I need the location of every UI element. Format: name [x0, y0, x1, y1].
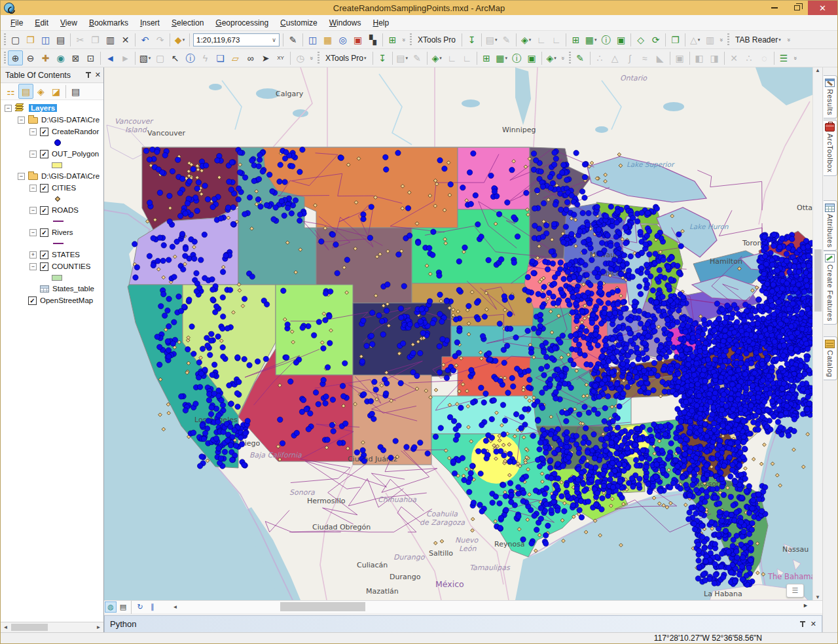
pause-drawing-icon[interactable]: ∥ — [147, 601, 158, 613]
xt2-overlay-icon[interactable]: ◈▾ — [429, 50, 445, 65]
collapse-icon[interactable]: − — [29, 128, 37, 135]
back-extent-icon[interactable]: ◄ — [103, 50, 118, 65]
layer-checkbox[interactable]: ✓ — [28, 296, 37, 305]
collapse-icon[interactable]: − — [29, 263, 37, 270]
symbol-random-points[interactable] — [1, 137, 103, 148]
toc-horizontal-scrollbar[interactable]: ◄ ► — [1, 622, 103, 632]
scroll-down-icon[interactable]: ▼ — [813, 594, 823, 600]
layer-checkbox[interactable]: ✓ — [40, 184, 48, 192]
xte-rectangle-icon[interactable]: ▣ — [672, 50, 687, 65]
expand-icon[interactable]: + — [29, 251, 37, 259]
xt2-copy-features-icon[interactable]: ◈▾ — [544, 50, 559, 65]
print-icon[interactable]: ▤ — [53, 32, 68, 47]
python-pin-icon[interactable] — [800, 621, 805, 628]
menu-insert[interactable]: Insert — [134, 16, 166, 29]
clear-selection-icon[interactable]: ▢ — [153, 50, 168, 65]
dock-tab-arctoolbox[interactable]: ArcToolbox — [824, 120, 837, 175]
layer-counties[interactable]: −✓COUNTIES — [1, 260, 103, 272]
save-icon[interactable]: ◫ — [38, 32, 53, 47]
xt-edit-icon[interactable]: ✎ — [499, 32, 514, 47]
menu-geoprocessing[interactable]: Geoprocessing — [210, 16, 274, 29]
go-to-xy-icon[interactable]: XY — [273, 50, 288, 65]
time-slider-icon[interactable]: ◷ — [293, 50, 308, 65]
layer-rivers[interactable]: −✓Rivers — [1, 226, 103, 238]
xt-add-table-icon[interactable]: ⊞ — [568, 32, 583, 47]
python-window-icon[interactable]: ▚ — [365, 32, 380, 47]
xte-split-ratio-icon[interactable]: ◨ — [707, 50, 722, 65]
pan-icon[interactable]: ✚ — [38, 50, 53, 65]
layer-checkbox[interactable]: ✓ — [40, 228, 48, 237]
xte-freehand-icon[interactable]: ≈ — [638, 50, 653, 65]
open-icon[interactable]: ❐ — [23, 32, 38, 47]
toolbar-overflow-icon[interactable]: » — [718, 36, 725, 44]
xt-copy-features-icon[interactable]: ❐ — [668, 32, 683, 47]
layer-checkbox[interactable]: ✓ — [40, 128, 48, 136]
symbol-out-polygon[interactable] — [1, 160, 103, 170]
toolbar-overflow-icon[interactable]: » — [401, 36, 407, 44]
data-view-icon[interactable]: ◍ — [105, 601, 117, 613]
xt2-layer-ops-icon[interactable]: ▤▾ — [395, 50, 410, 65]
menu-view[interactable]: View — [54, 16, 83, 29]
xt2-add-data-icon[interactable]: ↧ — [375, 50, 390, 65]
layout-view-icon[interactable]: ▤ — [117, 601, 129, 613]
layer-create-random-points[interactable]: −✓CreateRandor — [1, 126, 103, 137]
dock-tab-results[interactable]: Results — [824, 75, 837, 118]
table-of-contents-window-icon[interactable]: ◫ — [305, 32, 320, 47]
identify-icon[interactable]: ⓘ — [183, 50, 198, 65]
modelbuilder-icon[interactable]: ⊞ — [385, 32, 400, 47]
map-vertical-scrollbar[interactable]: ▲ ▼ — [812, 67, 822, 600]
layer-group-layers[interactable]: −Layers — [1, 102, 103, 114]
editor-sketch-icon[interactable]: ✎ — [285, 32, 301, 47]
layer-cities[interactable]: −✓CITIES — [1, 182, 103, 194]
symbol-cities[interactable] — [1, 194, 103, 204]
toolbar-overflow-icon[interactable]: » — [792, 54, 799, 62]
xt-export-icon[interactable]: △▾ — [687, 32, 702, 47]
vscroll-thumb[interactable] — [814, 249, 822, 312]
xt2-identify-icon[interactable]: ⓘ — [509, 50, 524, 65]
layer-out-polygon[interactable]: −✓OUT_Polygon — [1, 148, 103, 160]
menu-bookmarks[interactable]: Bookmarks — [83, 16, 134, 29]
xt-layer-ops-icon[interactable]: ▤▾ — [484, 32, 499, 47]
toolbar-overflow-icon[interactable]: » — [560, 54, 566, 62]
menu-selection[interactable]: Selection — [166, 16, 210, 29]
xt-add-data-icon[interactable]: ↧ — [464, 32, 479, 47]
redo-icon[interactable]: ↷ — [153, 32, 168, 47]
menu-file[interactable]: File — [5, 16, 29, 29]
toc-options-icon[interactable]: ▤ — [68, 84, 83, 99]
delete-icon[interactable]: ✕ — [118, 32, 133, 47]
arctoolbox-window-icon[interactable]: ▣ — [350, 32, 365, 47]
select-features-icon[interactable]: ▧▾ — [137, 50, 153, 65]
select-elements-icon[interactable]: ↖ — [168, 50, 183, 65]
paste-icon[interactable]: ▥ — [103, 32, 118, 47]
dock-tab-attributes[interactable]: Attributes — [824, 200, 837, 251]
table-states[interactable]: States_table — [1, 283, 103, 295]
layer-checkbox[interactable]: ✓ — [40, 150, 48, 158]
find-icon[interactable]: ∞ — [243, 50, 258, 65]
xt2-attributes-icon[interactable]: ▣ — [524, 50, 539, 65]
xt-shapes-icon[interactable]: ◇ — [633, 32, 648, 47]
combo-dropdown-icon[interactable]: ∨ — [269, 37, 279, 43]
fixed-zoom-out-icon[interactable]: ⊡ — [83, 50, 98, 65]
scroll-left-icon[interactable]: ◄ — [1, 624, 10, 630]
catalog-window-icon[interactable]: ▦ — [320, 32, 335, 47]
collapse-icon[interactable]: − — [18, 173, 25, 180]
xt-shape-convert-icon[interactable]: ⟳ — [648, 32, 663, 47]
xte-erase-icon[interactable]: ✕ — [727, 50, 742, 65]
layer-checkbox[interactable]: ✓ — [40, 251, 48, 259]
xte-midpoint-icon[interactable]: △ — [608, 50, 623, 65]
close-button[interactable]: ✕ — [808, 1, 837, 15]
xte-smooth-icon[interactable]: ◌ — [757, 50, 772, 65]
xt-identify-icon[interactable]: ⓘ — [598, 32, 613, 47]
xt2-edit-icon[interactable]: ✎ — [410, 50, 425, 65]
layer-checkbox[interactable]: ✓ — [40, 262, 48, 271]
xtools-menu[interactable]: XTools Pro — [414, 32, 460, 47]
minimize-button[interactable] — [763, 1, 786, 15]
hyperlink-popup-icon[interactable]: ❏ — [213, 50, 228, 65]
menu-help[interactable]: Help — [367, 16, 395, 29]
scroll-up-icon[interactable]: ▲ — [813, 67, 823, 73]
map-scroll-left-icon[interactable]: ◄ — [170, 604, 180, 610]
xt-vertex-edit-icon[interactable]: ∟ — [534, 32, 549, 47]
html-popup-icon[interactable]: ϟ — [198, 50, 213, 65]
python-close-icon[interactable]: ✕ — [811, 620, 816, 628]
list-by-visibility-icon[interactable]: ◈ — [33, 84, 48, 99]
